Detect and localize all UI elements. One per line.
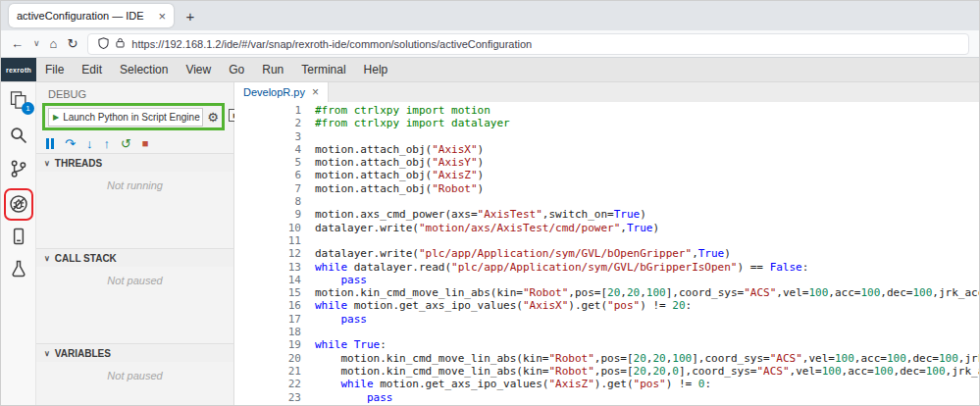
lock-icon[interactable]: [116, 37, 125, 50]
launch-config-dropdown[interactable]: ▶ Launch Python in Script Engine ∨: [48, 108, 203, 127]
explorer-badge: 1: [22, 102, 34, 115]
threads-section: ∨ THREADS Not running: [36, 153, 233, 248]
rexroth-logo: rexroth: [1, 58, 36, 81]
menu-selection[interactable]: Selection: [111, 63, 177, 76]
threads-label: THREADS: [55, 158, 102, 169]
step-out-icon[interactable]: ↑: [103, 137, 110, 150]
menu-go[interactable]: Go: [220, 63, 253, 76]
start-debug-icon[interactable]: ▶: [53, 113, 59, 122]
step-over-icon[interactable]: ↷: [65, 137, 76, 150]
new-tab-button[interactable]: +: [178, 4, 203, 27]
back-icon[interactable]: ←: [11, 37, 24, 50]
launch-highlight-annotation: ▶ Launch Python in Script Engine ∨ ⚙: [42, 103, 225, 130]
menu-run[interactable]: Run: [253, 63, 292, 76]
browser-tab[interactable]: activeConfiguration — IDE ×: [9, 4, 174, 27]
browser-tab-strip: activeConfiguration — IDE × +: [1, 1, 979, 30]
step-into-icon[interactable]: ↓: [86, 137, 93, 150]
tab-close-icon[interactable]: ×: [158, 9, 166, 24]
menu-items: File Edit Selection View Go Run Terminal…: [36, 58, 396, 81]
callstack-header[interactable]: ∨ CALL STACK: [36, 249, 233, 267]
threads-header[interactable]: ∨ THREADS: [36, 154, 233, 172]
browser-toolbar: ← ∨ ⌂ ↻ https://192.168.1.2/ide/#/var/sn…: [1, 30, 979, 58]
pause-icon[interactable]: [46, 138, 54, 149]
debug-sidebar: DEBUG ▶ Launch Python in Script Engine ∨…: [36, 82, 234, 405]
launch-config-label: Launch Python in Script Engine: [63, 112, 200, 123]
editor-tab-bar: DevelopR.py ×: [234, 82, 979, 102]
explorer-icon[interactable]: 1: [9, 90, 28, 110]
chevron-down-icon[interactable]: ∨: [33, 39, 40, 48]
editor-tab-close-icon[interactable]: ×: [312, 85, 319, 99]
section-chevron-icon: ∨: [44, 254, 50, 263]
menu-file[interactable]: File: [36, 63, 73, 76]
stop-icon[interactable]: ■: [142, 138, 149, 149]
configure-gear-icon[interactable]: ⚙: [207, 111, 219, 124]
menu-view[interactable]: View: [177, 63, 220, 76]
editor-tab-label: DevelopR.py: [243, 86, 305, 98]
refresh-icon[interactable]: ↻: [67, 37, 77, 50]
url-bar[interactable]: https://192.168.1.2/ide/#/var/snap/rexro…: [87, 33, 969, 55]
threads-status: Not running: [36, 172, 233, 249]
search-icon[interactable]: [9, 126, 28, 145]
device-icon[interactable]: [9, 227, 28, 246]
section-chevron-icon: ∨: [44, 159, 50, 168]
debug-toolbar: ↷ ↓ ↑ ↺ ■: [46, 135, 148, 151]
code-lines[interactable]: #from ctrlxpy import motion#from ctrlxpy…: [315, 102, 979, 405]
activity-bar: 1: [1, 82, 36, 405]
browser-window: activeConfiguration — IDE × + ← ∨ ⌂ ↻ ht…: [0, 0, 980, 406]
line-numbers[interactable]: 1234567891011121314151617181920212223: [234, 102, 315, 405]
home-icon[interactable]: ⌂: [50, 37, 58, 50]
menu-help[interactable]: Help: [355, 63, 397, 76]
debug-highlight-annotation: [4, 188, 33, 221]
editor-area: DevelopR.py × 12345678910111213141516171…: [234, 82, 979, 405]
browser-tab-title: activeConfiguration — IDE: [17, 10, 152, 22]
shield-icon[interactable]: [98, 37, 109, 51]
callstack-status: Not paused: [36, 267, 233, 344]
restart-icon[interactable]: ↺: [121, 137, 131, 150]
source-control-icon[interactable]: [9, 159, 28, 178]
variables-label: VARIABLES: [55, 348, 111, 359]
variables-status: Not paused: [36, 362, 233, 406]
code-editor[interactable]: 1234567891011121314151617181920212223 #f…: [234, 102, 979, 405]
url-text: https://192.168.1.2/ide/#/var/snap/rexro…: [131, 38, 532, 50]
sidebar-title: DEBUG: [36, 82, 233, 100]
section-chevron-icon: ∨: [44, 349, 50, 358]
editor-tab[interactable]: DevelopR.py ×: [234, 82, 329, 102]
variables-header[interactable]: ∨ VARIABLES: [36, 344, 233, 362]
menu-terminal[interactable]: Terminal: [292, 63, 354, 76]
ide-menubar: rexroth File Edit Selection View Go Run …: [1, 58, 979, 82]
variables-section: ∨ VARIABLES Not paused: [36, 343, 233, 405]
test-flask-icon[interactable]: [9, 259, 28, 279]
menu-edit[interactable]: Edit: [73, 63, 111, 76]
callstack-section: ∨ CALL STACK Not paused: [36, 248, 233, 343]
callstack-label: CALL STACK: [55, 253, 117, 264]
